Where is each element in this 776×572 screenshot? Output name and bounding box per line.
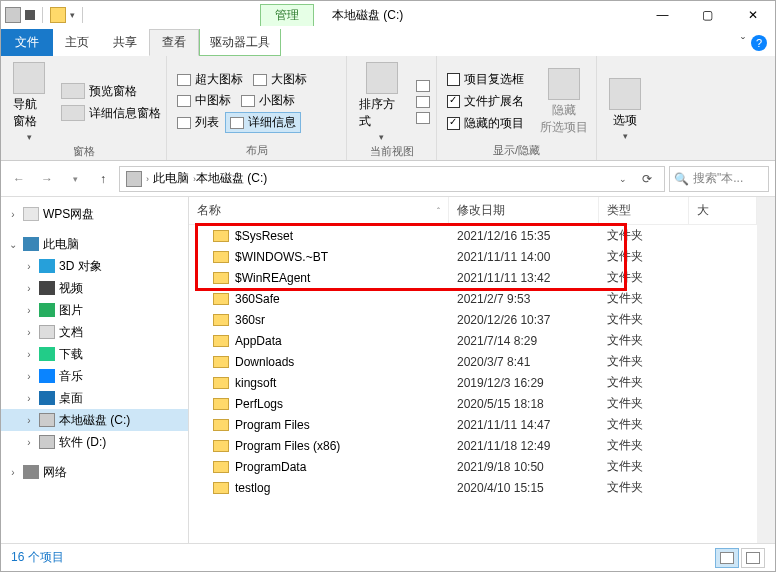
- folder-icon: [213, 419, 229, 431]
- up-button[interactable]: ↑: [91, 167, 115, 191]
- options-icon: [609, 78, 641, 110]
- tree-drive-d[interactable]: ›软件 (D:): [1, 431, 188, 453]
- col-date[interactable]: 修改日期: [449, 197, 599, 224]
- recent-dropdown[interactable]: ▾: [63, 167, 87, 191]
- sort-icon: [366, 62, 398, 94]
- tree-this-pc[interactable]: ⌄此电脑: [1, 233, 188, 255]
- details-view-button[interactable]: [715, 548, 739, 568]
- list-button[interactable]: 列表: [173, 112, 223, 133]
- icons-view-button[interactable]: [741, 548, 765, 568]
- menubar: 文件 主页 共享 查看 驱动器工具 ˇ ?: [1, 29, 775, 56]
- help-icon[interactable]: ?: [751, 35, 767, 51]
- table-row[interactable]: $SysReset2021/12/16 15:35文件夹: [189, 225, 757, 246]
- folder-icon: [213, 356, 229, 368]
- sort-button[interactable]: 排序方式 ▾: [353, 60, 410, 144]
- search-icon: 🔍: [674, 172, 689, 186]
- qat-dropdown[interactable]: ▾: [70, 10, 75, 20]
- address-bar: ← → ▾ ↑ › 此电脑 › 本地磁盘 (C:) ⌄ ⟳ 🔍 搜索"本...: [1, 161, 775, 197]
- folder-icon: [213, 461, 229, 473]
- folder-icon: [213, 440, 229, 452]
- addcol-icon[interactable]: [416, 96, 430, 108]
- hide-icon: [548, 68, 580, 100]
- sm-icons-button[interactable]: 小图标: [237, 91, 299, 110]
- table-row[interactable]: Program Files2021/11/11 14:47文件夹: [189, 414, 757, 435]
- tree-network[interactable]: ›网络: [1, 461, 188, 483]
- view-tab[interactable]: 查看: [149, 29, 199, 56]
- breadcrumb-drive-icon: [126, 171, 142, 187]
- refresh-button[interactable]: ⟳: [636, 168, 658, 190]
- details-pane-button[interactable]: 详细信息窗格: [57, 104, 165, 123]
- tree-music[interactable]: ›音乐: [1, 365, 188, 387]
- folder-icon: [213, 377, 229, 389]
- table-row[interactable]: kingsoft2019/12/3 16:29文件夹: [189, 372, 757, 393]
- tree-desktop[interactable]: ›桌面: [1, 387, 188, 409]
- folder-icon: [213, 272, 229, 284]
- ribbon-collapse-icon[interactable]: ˇ: [741, 36, 745, 50]
- table-row[interactable]: ProgramData2021/9/18 10:50文件夹: [189, 456, 757, 477]
- table-row[interactable]: 360Safe2021/2/7 9:53文件夹: [189, 288, 757, 309]
- tree-pictures[interactable]: ›图片: [1, 299, 188, 321]
- md-icons-button[interactable]: 中图标: [173, 91, 235, 110]
- table-row[interactable]: Downloads2020/3/7 8:41文件夹: [189, 351, 757, 372]
- home-tab[interactable]: 主页: [53, 29, 101, 56]
- table-row[interactable]: PerfLogs2020/5/15 18:18文件夹: [189, 393, 757, 414]
- breadcrumb-this-pc[interactable]: 此电脑: [149, 170, 193, 187]
- address-dropdown[interactable]: ⌄: [612, 168, 634, 190]
- file-list[interactable]: 名称ˆ 修改日期 类型 大 $SysReset2021/12/16 15:35文…: [189, 197, 757, 543]
- tree-3d[interactable]: ›3D 对象: [1, 255, 188, 277]
- hide-selected-button[interactable]: 隐藏 所选项目: [534, 60, 594, 143]
- item-checkboxes-toggle[interactable]: 项目复选框: [443, 70, 528, 89]
- table-row[interactable]: $WINDOWS.~BT2021/11/11 14:00文件夹: [189, 246, 757, 267]
- navigation-tree[interactable]: ›WPS网盘 ⌄此电脑 ›3D 对象 ›视频 ›图片 ›文档 ›下载 ›音乐 ›…: [1, 197, 189, 543]
- tree-videos[interactable]: ›视频: [1, 277, 188, 299]
- qat-open-icon[interactable]: [50, 7, 66, 23]
- tree-downloads[interactable]: ›下载: [1, 343, 188, 365]
- back-button[interactable]: ←: [7, 167, 31, 191]
- window-icon: [5, 7, 21, 23]
- folder-icon: [213, 314, 229, 326]
- col-type[interactable]: 类型: [599, 197, 689, 224]
- maximize-button[interactable]: ▢: [685, 1, 730, 29]
- close-button[interactable]: ✕: [730, 1, 775, 29]
- forward-button[interactable]: →: [35, 167, 59, 191]
- sizecol-icon[interactable]: [416, 112, 430, 124]
- folder-icon: [213, 230, 229, 242]
- drive-tools-tab[interactable]: 驱动器工具: [199, 29, 281, 56]
- table-row[interactable]: Program Files (x86)2021/11/18 12:49文件夹: [189, 435, 757, 456]
- group-icon[interactable]: [416, 80, 430, 92]
- folder-icon: [213, 335, 229, 347]
- xl-icons-button[interactable]: 超大图标: [173, 70, 247, 89]
- scrollbar[interactable]: [757, 197, 775, 543]
- nav-pane-button[interactable]: 导航窗格 ▾: [7, 60, 51, 144]
- tree-drive-c[interactable]: ›本地磁盘 (C:): [1, 409, 188, 431]
- options-button[interactable]: 选项 ▾: [603, 60, 647, 158]
- file-ext-toggle[interactable]: 文件扩展名: [443, 92, 528, 111]
- qat-icon-1[interactable]: [25, 10, 35, 20]
- col-size[interactable]: 大: [689, 197, 757, 224]
- lg-icons-button[interactable]: 大图标: [249, 70, 311, 89]
- search-input[interactable]: 🔍 搜索"本...: [669, 166, 769, 192]
- ribbon: 导航窗格 ▾ 预览窗格 详细信息窗格 窗格 超大图标 大图标 中图标 小图标 列…: [1, 56, 775, 161]
- hidden-items-toggle[interactable]: 隐藏的项目: [443, 114, 528, 133]
- tree-documents[interactable]: ›文档: [1, 321, 188, 343]
- table-row[interactable]: 360sr2020/12/26 10:37文件夹: [189, 309, 757, 330]
- table-row[interactable]: testlog2020/4/10 15:15文件夹: [189, 477, 757, 498]
- folder-icon: [213, 293, 229, 305]
- breadcrumb-bar[interactable]: › 此电脑 › 本地磁盘 (C:) ⌄ ⟳: [119, 166, 665, 192]
- window-title: 本地磁盘 (C:): [332, 7, 403, 24]
- breadcrumb-drive[interactable]: 本地磁盘 (C:): [196, 170, 267, 187]
- tree-wps[interactable]: ›WPS网盘: [1, 203, 188, 225]
- details-button[interactable]: 详细信息: [225, 112, 301, 133]
- nav-pane-icon: [13, 62, 45, 94]
- table-row[interactable]: $WinREAgent2021/11/11 13:42文件夹: [189, 267, 757, 288]
- status-bar: 16 个项目: [1, 543, 775, 571]
- file-tab[interactable]: 文件: [1, 29, 53, 56]
- preview-pane-button[interactable]: 预览窗格: [57, 82, 165, 101]
- share-tab[interactable]: 共享: [101, 29, 149, 56]
- minimize-button[interactable]: ―: [640, 1, 685, 29]
- col-name[interactable]: 名称ˆ: [189, 197, 449, 224]
- column-headers: 名称ˆ 修改日期 类型 大: [189, 197, 757, 225]
- table-row[interactable]: AppData2021/7/14 8:29文件夹: [189, 330, 757, 351]
- folder-icon: [213, 398, 229, 410]
- titlebar: ▾ 管理 本地磁盘 (C:) ― ▢ ✕: [1, 1, 775, 29]
